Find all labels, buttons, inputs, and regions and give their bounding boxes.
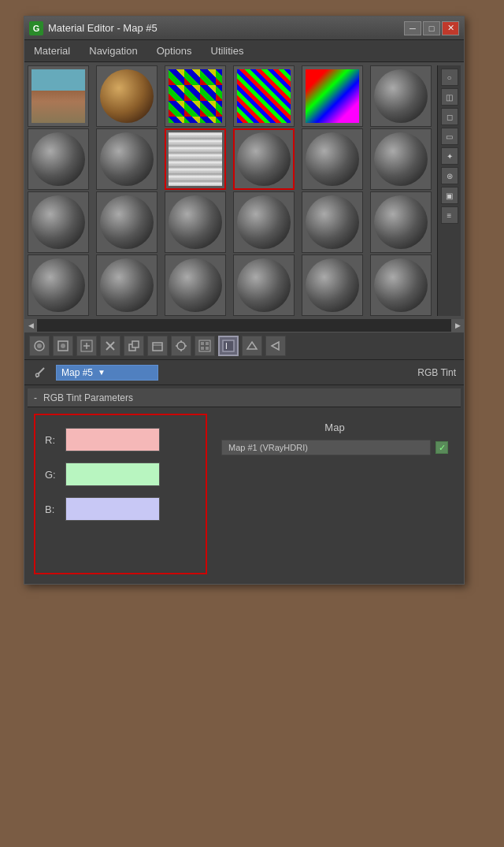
channel-r-label: R: <box>45 434 57 446</box>
params-collapse-btn[interactable]: - <box>34 392 37 403</box>
svg-line-27 <box>38 368 44 374</box>
menu-utilities[interactable]: Utilities <box>208 43 247 58</box>
pick-object-button[interactable] <box>171 336 191 356</box>
color-swatch-r[interactable] <box>65 428 160 451</box>
svg-point-3 <box>61 344 65 348</box>
show-end-result-button[interactable]: I <box>218 336 239 356</box>
make-unique-button[interactable] <box>124 336 144 356</box>
color-swatch-g[interactable] <box>65 463 160 486</box>
go-parent-button[interactable] <box>242 336 262 356</box>
sphere-4-4 <box>237 258 291 312</box>
map-dropdown-value: Map #5 <box>61 367 93 378</box>
svg-rect-11 <box>153 343 162 351</box>
sphere-4-2 <box>100 258 154 312</box>
make-unique-icon <box>128 340 140 352</box>
channel-row-r: R: <box>45 428 196 451</box>
sample-cell-colorful2[interactable] <box>233 65 295 127</box>
sphere-2-2 <box>100 132 154 186</box>
sphere-4-6 <box>374 258 428 312</box>
scroll-track-h[interactable] <box>37 319 451 332</box>
sphere-2-4 <box>237 132 291 186</box>
sample-cell-4-3[interactable] <box>165 254 226 316</box>
sample-cell-colorful1[interactable] <box>165 65 226 127</box>
go-forward-button[interactable] <box>265 336 286 356</box>
close-button[interactable]: ✕ <box>442 21 459 35</box>
svg-rect-20 <box>206 342 209 345</box>
sample-cell-3-5[interactable] <box>302 191 363 253</box>
map-section: Map Map #1 (VRayHDRI) ✓ <box>215 414 454 574</box>
sphere-3-4 <box>237 195 291 249</box>
tb-teapot[interactable]: ✦ <box>441 147 458 165</box>
svg-rect-21 <box>201 347 204 350</box>
svg-rect-19 <box>201 342 204 345</box>
put-scene-icon <box>57 340 69 352</box>
channel-b-label: B: <box>45 503 57 515</box>
minimize-button[interactable]: ─ <box>404 21 421 35</box>
colorful-texture-3 <box>306 69 359 123</box>
put-library-icon <box>151 340 164 352</box>
map-name-button[interactable]: Map #1 (VRayHDRI) <box>221 440 431 455</box>
sample-cell-3-2[interactable] <box>96 191 158 253</box>
sample-cell-3-4[interactable] <box>233 191 295 253</box>
tb-settings[interactable]: ≡ <box>441 206 458 224</box>
channel-row-b: B: <box>45 497 196 521</box>
put-library-button[interactable] <box>147 336 168 356</box>
channel-row-g: G: <box>45 463 196 486</box>
map-check-button[interactable]: ✓ <box>435 441 448 454</box>
sample-area: ○ ◫ ◻ ▭ ✦ ⊛ ▣ ≡ <box>24 62 464 319</box>
sample-cell-2-1[interactable] <box>28 128 89 190</box>
sample-cell-3-1[interactable] <box>28 191 89 253</box>
title-bar-left: G Material Editor - Map #5 <box>29 21 158 35</box>
sample-cell-2-6[interactable] <box>370 128 432 190</box>
tb-bg[interactable]: ▣ <box>441 187 458 204</box>
sample-cell-sphere-1-6[interactable] <box>370 65 432 127</box>
eyedropper-button[interactable] <box>32 364 50 381</box>
brown-sphere <box>100 69 154 123</box>
sample-cell-3-6[interactable] <box>370 191 432 253</box>
sphere-3-6 <box>374 195 428 249</box>
color-swatch-b[interactable] <box>65 497 160 521</box>
sample-cell-4-4[interactable] <box>233 254 295 316</box>
menu-options[interactable]: Options <box>154 43 195 58</box>
get-material-button[interactable] <box>29 336 50 356</box>
scroll-left-button[interactable]: ◀ <box>24 319 37 332</box>
show-map-button[interactable] <box>195 336 215 356</box>
sample-cell-snowy-selected[interactable] <box>165 128 226 190</box>
put-scene-button[interactable] <box>53 336 73 356</box>
sample-cell-2-4-selected[interactable] <box>233 128 295 190</box>
menu-material[interactable]: Material <box>31 43 73 58</box>
map-section-title: Map <box>221 422 448 433</box>
sample-cell-4-2[interactable] <box>96 254 158 316</box>
sample-cell-2-2[interactable] <box>96 128 158 190</box>
map-dropdown[interactable]: Map #5 ▼ <box>56 365 158 381</box>
sample-cell-4-6[interactable] <box>370 254 432 316</box>
tb-box[interactable]: ◻ <box>441 108 458 125</box>
material-editor-window: G Material Editor - Map #5 ─ □ ✕ Materia… <box>24 16 465 585</box>
channel-g-label: G: <box>45 469 57 481</box>
sample-cell-4-5[interactable] <box>302 254 363 316</box>
params-title: RGB Tint Parameters <box>43 392 133 403</box>
reset-button[interactable] <box>100 336 120 356</box>
tb-backlight[interactable]: ⊛ <box>441 167 458 184</box>
assign-icon <box>80 340 93 352</box>
sample-cell-terrain[interactable] <box>28 65 89 127</box>
scroll-right-button[interactable]: ▶ <box>451 319 464 332</box>
sample-cell-brown-sphere[interactable] <box>96 65 158 127</box>
sample-cell-3-3[interactable] <box>165 191 226 253</box>
params-body: R: G: B: Map Map #1 (VRayHDRI) ✓ <box>28 407 461 581</box>
svg-text:I: I <box>225 342 228 351</box>
tb-cylinder[interactable]: ◫ <box>441 88 458 106</box>
sphere-1-6 <box>374 69 428 123</box>
restore-button[interactable]: □ <box>423 21 440 35</box>
sphere-2-1 <box>32 132 85 186</box>
assign-button[interactable] <box>76 336 97 356</box>
sample-cell-2-5[interactable] <box>302 128 363 190</box>
sample-cell-4-1[interactable] <box>28 254 89 316</box>
sample-cell-colorful3[interactable] <box>302 65 363 127</box>
svg-marker-26 <box>272 342 279 350</box>
pick-object-icon <box>175 340 187 352</box>
map-dropdown-arrow-icon: ▼ <box>98 368 106 377</box>
menu-navigation[interactable]: Navigation <box>86 43 140 58</box>
tb-sphere[interactable]: ○ <box>441 69 458 86</box>
tb-plane[interactable]: ▭ <box>441 128 458 145</box>
